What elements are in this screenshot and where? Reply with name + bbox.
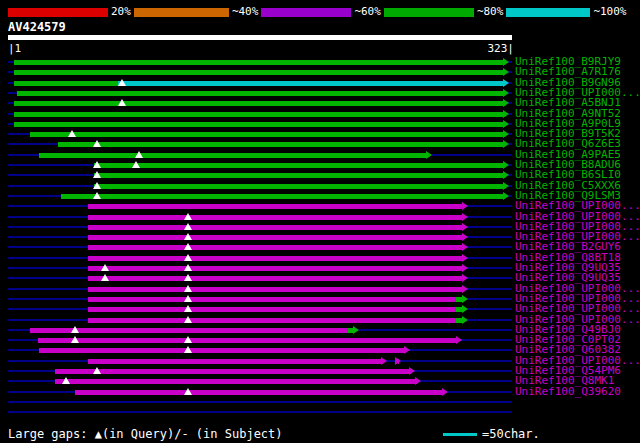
arrowhead-icon	[503, 110, 509, 118]
hit-bar-segment[interactable]	[88, 318, 456, 323]
gap-triangle-icon	[93, 140, 101, 147]
gap-triangle-icon	[118, 99, 126, 106]
hit-bar-segment[interactable]	[88, 307, 456, 312]
alignment-rows: UniRef100_B9RJY9UniRef100_A7R176UniRef10…	[0, 0, 640, 443]
hit-bar-segment[interactable]	[55, 369, 411, 374]
arrowhead-icon	[462, 305, 468, 313]
gap-triangle-icon	[68, 130, 76, 137]
hit-bar-segment[interactable]	[14, 112, 505, 117]
hit-bar-segment[interactable]	[39, 153, 428, 158]
arrowhead-icon	[503, 120, 509, 128]
gap-triangle-icon	[93, 161, 101, 168]
hit-bar-segment[interactable]	[58, 142, 505, 147]
hit-bar-segment[interactable]	[75, 390, 444, 395]
row-baseline	[8, 411, 512, 413]
hit-bar-segment[interactable]	[14, 70, 505, 75]
hit-bar-segment[interactable]	[88, 256, 464, 261]
arrowhead-icon	[503, 68, 509, 76]
blast-overview-page: 20%~40%~60%~80%~100% AV424579 |1 323| Un…	[0, 0, 640, 443]
arrowhead-icon	[462, 274, 468, 282]
arrowhead-icon	[503, 182, 509, 190]
hit-bar-segment[interactable]	[88, 266, 464, 271]
hit-bar-segment[interactable]	[88, 225, 464, 230]
arrowhead-icon	[503, 140, 509, 148]
hit-bar-segment[interactable]	[88, 297, 456, 302]
hit-bar-segment[interactable]	[39, 348, 406, 353]
arrowhead-icon	[462, 233, 468, 241]
arrowhead-icon	[426, 151, 432, 159]
arrowhead-icon	[462, 202, 468, 210]
gap-triangle-icon	[101, 274, 109, 281]
hit-bar-segment[interactable]	[88, 204, 464, 209]
gap-triangle-icon	[184, 305, 192, 312]
arrowhead-icon	[381, 357, 387, 365]
alignment-row	[0, 397, 640, 407]
legend-gaps: Large gaps: ▲(in Query)/- (in Subject)	[8, 428, 283, 441]
gap-triangle-icon	[184, 264, 192, 271]
arrowhead-icon	[462, 223, 468, 231]
gap-triangle-icon	[118, 79, 126, 86]
arrowhead-icon	[462, 213, 468, 221]
scale-line-icon	[443, 433, 477, 436]
gap-triangle-icon	[184, 295, 192, 302]
gap-triangle-icon	[184, 316, 192, 323]
gap-triangle-icon	[184, 233, 192, 240]
row-baseline	[8, 401, 512, 403]
gap-triangle-icon	[62, 377, 70, 384]
arrowhead-icon	[462, 316, 468, 324]
arrowhead-icon	[503, 192, 509, 200]
arrowhead-icon	[503, 79, 509, 87]
gap-triangle-icon	[184, 254, 192, 261]
hit-bar-segment[interactable]	[61, 194, 505, 199]
arrowhead-icon	[456, 336, 462, 344]
gap-triangle-icon	[93, 182, 101, 189]
arrowhead-icon	[503, 89, 509, 97]
gap-triangle-icon	[184, 213, 192, 220]
gap-triangle-icon	[184, 274, 192, 281]
gap-triangle-icon	[93, 192, 101, 199]
hit-bar-segment[interactable]	[14, 81, 117, 86]
hit-bar-segment[interactable]	[14, 101, 505, 106]
hit-bar-segment[interactable]	[38, 338, 458, 343]
gap-triangle-icon	[184, 223, 192, 230]
arrowhead-icon	[462, 295, 468, 303]
gap-triangle-icon	[184, 243, 192, 250]
hit-bar-segment[interactable]	[88, 215, 464, 220]
arrowhead-icon	[395, 357, 401, 365]
arrowhead-icon	[442, 388, 448, 396]
gap-triangle-icon	[101, 264, 109, 271]
hit-bar-segment[interactable]	[30, 132, 505, 137]
gap-triangle-icon	[93, 367, 101, 374]
arrowhead-icon	[462, 243, 468, 251]
hit-bar-segment[interactable]	[94, 173, 505, 178]
hit-bar-segment[interactable]	[14, 60, 505, 65]
hit-label[interactable]: UniRef100_Q39620	[515, 386, 621, 397]
hit-bar-segment[interactable]	[17, 91, 504, 96]
hit-bar-segment[interactable]	[88, 359, 383, 364]
arrowhead-icon	[462, 264, 468, 272]
hit-bar-segment[interactable]	[88, 287, 464, 292]
hit-bar-segment[interactable]	[14, 122, 505, 127]
hit-bar-segment[interactable]	[88, 245, 464, 250]
arrowhead-icon	[404, 346, 410, 354]
hit-bar-segment[interactable]	[94, 163, 505, 168]
hit-bar-segment[interactable]	[118, 81, 505, 86]
hit-bar-segment[interactable]	[88, 235, 464, 240]
legend-scale: =50char.	[443, 428, 540, 441]
gap-triangle-icon	[135, 151, 143, 158]
arrowhead-icon	[353, 326, 359, 334]
gap-triangle-icon	[71, 326, 79, 333]
hit-bar-segment[interactable]	[94, 184, 505, 189]
gap-triangle-icon	[93, 171, 101, 178]
hit-bar-segment[interactable]	[55, 379, 417, 384]
arrowhead-icon	[462, 285, 468, 293]
alignment-row: UniRef100_Q39620	[0, 387, 640, 397]
arrowhead-icon	[503, 171, 509, 179]
gap-triangle-icon	[132, 161, 140, 168]
hit-bar-segment[interactable]	[88, 276, 464, 281]
gap-triangle-icon	[184, 336, 192, 343]
arrowhead-icon	[415, 377, 421, 385]
gap-triangle-icon	[71, 336, 79, 343]
gap-triangle-icon	[184, 346, 192, 353]
legend-gaps-text: Large gaps: ▲(in Query)/- (in Subject)	[8, 427, 283, 441]
